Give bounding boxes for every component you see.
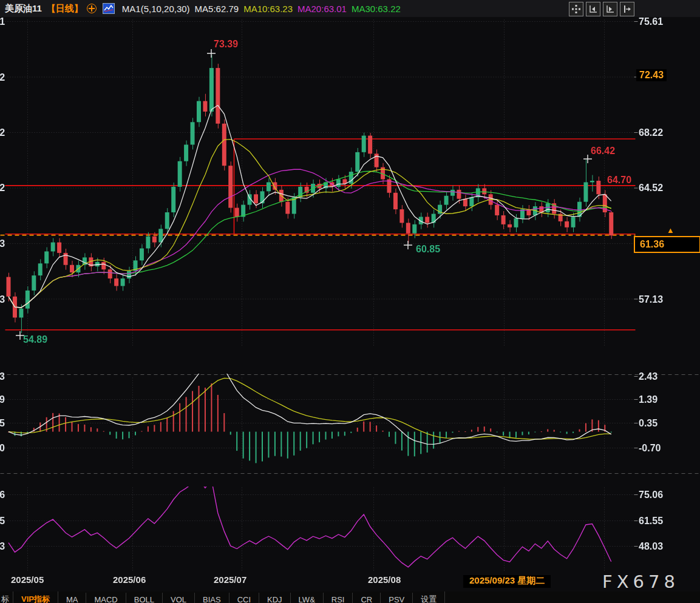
trading-chart-app: 美原油11 【日线】 MA1(5,10,20,30) MA5:62.79 MA1…: [0, 0, 700, 603]
chart-canvas[interactable]: [0, 0, 700, 603]
